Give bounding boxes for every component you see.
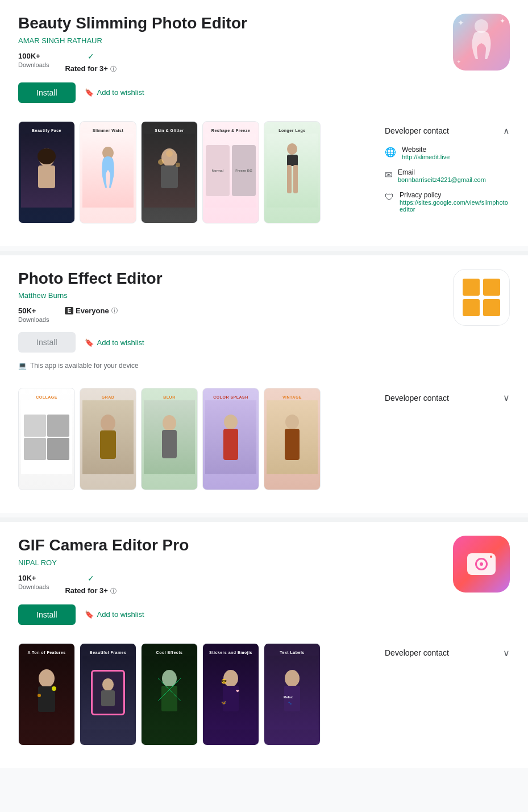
stars-deco: ✦ — [458, 18, 464, 27]
svg-text:🐾: 🐾 — [288, 701, 292, 705]
after-panel: Freeze BG — [232, 145, 256, 196]
wishlist-icon-2: 🔖 — [85, 338, 94, 347]
app-developer-3[interactable]: NIPAL ROY — [18, 558, 442, 567]
wishlist-button-1[interactable]: 🔖 Add to wishlist — [85, 88, 144, 97]
screenshot-slimmer: Slimmer Waist — [80, 121, 136, 223]
screenshot-placeholder-textlabels: Text Labels Relax 🐾 — [264, 644, 320, 745]
developer-contact-title-3: Developer contact — [385, 648, 449, 657]
app-header-2: Photo Effect Editor Matthew Burns 50K+ D… — [18, 269, 510, 379]
stat-downloads-2: 50K+ Downloads — [18, 306, 49, 323]
blur-portrait — [157, 412, 182, 463]
pe-tile-4 — [483, 299, 500, 316]
contact-value-email-1[interactable]: bonnbarriseitz4221@gmail.com — [398, 176, 486, 183]
screenshot-placeholder-effects: Cool Effects — [142, 644, 197, 745]
screenshot-grad: GRAD — [80, 388, 136, 490]
before-label: Normal — [212, 169, 224, 172]
developer-contact-title-2: Developer contact — [385, 393, 449, 403]
install-button-2[interactable]: Install — [18, 332, 76, 353]
grad-portrait — [95, 412, 121, 463]
labels-svg: Relax 🐾 — [278, 667, 306, 718]
app-icon-1: ✦ ✦ ✦ — [453, 14, 510, 71]
svg-point-9 — [166, 150, 173, 157]
screenshot-figure-textlabels: Relax 🐾 — [267, 656, 318, 730]
screenshot-effects: Cool Effects — [141, 643, 198, 745]
install-button-1[interactable]: Install — [18, 82, 76, 103]
install-button-3[interactable]: Install — [18, 604, 76, 625]
app-header-left-2: Photo Effect Editor Matthew Burns 50K+ D… — [18, 269, 442, 379]
screenshot-colorsplash: COLOR SPLASH — [202, 388, 259, 490]
developer-contact-title-1: Developer contact — [385, 126, 449, 135]
screenshots-row-1: Beautify Face Slimmer Waist — [18, 121, 373, 233]
app-developer-2[interactable]: Matthew Burns — [18, 291, 442, 300]
app-stats-1: 100K+ Downloads ✓ Rated for 3+ ⓘ — [18, 52, 442, 73]
collage-cell-4 — [47, 438, 69, 460]
svg-rect-6 — [161, 165, 178, 188]
colorsplash-portrait — [218, 412, 244, 463]
body-silhouette-svg — [464, 19, 498, 65]
screenshot-placeholder-grad: GRAD — [80, 388, 136, 490]
portrait-svg-1 — [32, 145, 61, 196]
screenshot-placeholder-features: A Ton of Features — [19, 644, 74, 745]
app-lower-2: COLLAGE GRAD — [18, 388, 510, 513]
screenshot-figure-effects — [144, 656, 195, 730]
svg-point-25 — [38, 694, 41, 697]
app-stats-2: 50K+ Downloads E Everyone ⓘ — [18, 306, 442, 323]
skin-svg — [155, 145, 184, 196]
rating-info-icon-1[interactable]: ⓘ — [110, 65, 117, 72]
wishlist-button-2[interactable]: 🔖 Add to wishlist — [85, 338, 144, 347]
rating-info-icon-2[interactable]: ⓘ — [111, 306, 118, 315]
app-lower-3: A Ton of Features Beauti — [18, 643, 510, 768]
app-icon-2 — [453, 269, 510, 326]
rating-info-icon-3[interactable]: ⓘ — [110, 587, 117, 594]
stat-downloads-3: 10K+ Downloads — [18, 574, 49, 590]
stat-downloads-value-1: 100K+ — [18, 52, 49, 60]
app-title-2: Photo Effect Editor — [18, 269, 442, 288]
screenshot-beautify: Beautify Face — [18, 121, 75, 223]
stat-rating-3: ✓ Rated for 3+ ⓘ — [65, 574, 117, 595]
screenshot-placeholder-stickers: Stickers and Emojis 😎 ❤ 🦋 — [203, 644, 259, 745]
developer-contact-header-3[interactable]: Developer contact ∨ — [385, 643, 510, 663]
frame-border — [91, 670, 125, 715]
developer-contact-header-2[interactable]: Developer contact ∨ — [385, 388, 510, 408]
screenshot-label-effects: Cool Effects — [155, 648, 184, 656]
slim-svg — [98, 145, 118, 196]
stat-downloads-value-3: 10K+ — [18, 574, 49, 582]
svg-point-10 — [287, 143, 297, 155]
screenshot-placeholder-blur: BLUR — [142, 388, 197, 490]
pe-tile-1 — [463, 279, 480, 296]
developer-contact-header-1[interactable]: Developer contact ∧ — [385, 121, 510, 141]
app-actions-2: Install 🔖 Add to wishlist — [18, 332, 442, 353]
wishlist-button-3[interactable]: 🔖 Add to wishlist — [85, 610, 144, 619]
svg-text:😎: 😎 — [221, 678, 227, 684]
contact-label-privacy-1: Privacy policy — [400, 191, 510, 199]
screenshot-frames: Beautiful Frames — [80, 643, 136, 745]
screenshot-placeholder-skin: Skin & Glitter — [142, 122, 197, 223]
camera-dot2 — [490, 556, 492, 558]
app-section-beauty-slimming: Beauty Slimming Photo Editor AMAR SINGH … — [0, 0, 528, 246]
svg-rect-21 — [285, 429, 300, 460]
app-developer-1[interactable]: AMAR SINGH RATHAUR — [18, 36, 442, 45]
contact-value-website-1[interactable]: http://slimedit.live — [402, 154, 450, 160]
screenshot-label-grad: GRAD — [101, 393, 116, 400]
svg-rect-2 — [38, 165, 55, 188]
divider-2 — [0, 517, 528, 522]
screenshot-figure-frames — [82, 656, 134, 730]
contact-value-privacy-1[interactable]: https://sites.google.com/view/slimphotoe… — [400, 199, 510, 213]
stat-rating-1: ✓ Rated for 3+ ⓘ — [65, 52, 117, 73]
svg-rect-27 — [101, 690, 115, 706]
screenshot-label-legs: Longer Legs — [277, 126, 307, 134]
screenshot-placeholder-frames: Beautiful Frames — [80, 644, 136, 745]
screenshot-figure-vintage — [267, 400, 318, 474]
app-lower-1: Beautify Face Slimmer Waist — [18, 121, 510, 246]
svg-point-3 — [38, 148, 56, 164]
developer-contact-section-1: Developer contact ∧ 🌐 Website http://sli… — [385, 121, 510, 225]
screenshot-figure-reshape: Normal Freeze BG — [205, 134, 256, 208]
contact-label-email-1: Email — [398, 168, 486, 176]
app-stats-3: 10K+ Downloads ✓ Rated for 3+ ⓘ — [18, 574, 442, 595]
app-section-photo-effect: Photo Effect Editor Matthew Burns 50K+ D… — [0, 255, 528, 513]
stickers-svg: 😎 ❤ 🦋 — [217, 667, 245, 718]
camera-dot — [480, 562, 483, 566]
screenshots-row-3: A Ton of Features Beauti — [18, 643, 373, 755]
screenshot-label-beautify: Beautify Face — [31, 126, 63, 134]
camera-body — [467, 553, 496, 575]
